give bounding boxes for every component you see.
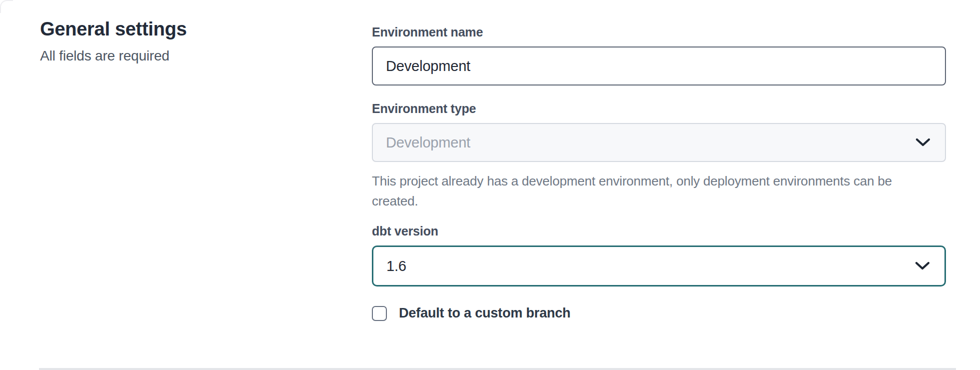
environment-type-helper-text: This project already has a development e… xyxy=(372,171,932,211)
custom-branch-row: Default to a custom branch xyxy=(372,306,946,321)
environment-name-input[interactable] xyxy=(372,46,946,86)
dbt-version-value: 1.6 xyxy=(386,258,406,274)
custom-branch-label[interactable]: Default to a custom branch xyxy=(399,306,571,321)
settings-header: General settings All fields are required xyxy=(40,18,320,64)
environment-type-select: Development xyxy=(372,123,946,162)
environment-type-label: Environment type xyxy=(372,102,946,116)
environment-type-value: Development xyxy=(386,134,470,151)
page-subtitle: All fields are required xyxy=(40,48,320,64)
chevron-down-icon xyxy=(915,138,931,148)
card-corner xyxy=(0,0,13,13)
section-divider xyxy=(39,368,956,370)
chevron-down-icon xyxy=(914,261,930,271)
dbt-version-label: dbt version xyxy=(372,224,946,238)
settings-form: Environment name Environment type Develo… xyxy=(372,25,946,321)
dbt-version-select[interactable]: 1.6 xyxy=(372,246,946,286)
page-title: General settings xyxy=(40,18,320,41)
environment-name-label: Environment name xyxy=(372,25,946,40)
custom-branch-checkbox[interactable] xyxy=(372,306,387,321)
